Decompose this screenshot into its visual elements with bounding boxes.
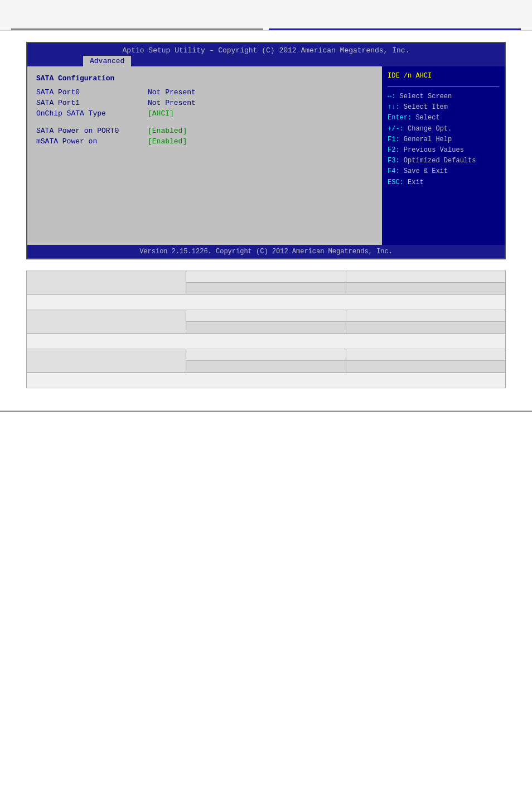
f3-label: Optimized Defaults	[404, 157, 476, 165]
esc-label: Exit	[408, 179, 424, 186]
bios-main-content: SATA Configuration SATA Port0 Not Presen…	[27, 66, 505, 245]
table-cell-full	[27, 373, 506, 388]
select-item-label: Select Item	[404, 103, 448, 111]
bios-label-sata-port1: SATA Port1	[36, 99, 148, 107]
table-row	[27, 349, 506, 361]
bios-help-divider	[388, 86, 499, 87]
bios-tab-row: Advanced	[27, 56, 505, 66]
key-help-f2: F2: Previous Values	[388, 145, 499, 156]
table-row	[27, 310, 506, 322]
key-help-arrows: ↔: Select Screen	[388, 91, 499, 102]
table-cell	[346, 361, 505, 373]
bottom-divider	[0, 411, 532, 412]
bios-item-sata-port0: SATA Port0 Not Present	[36, 88, 373, 97]
bios-section-title: SATA Configuration	[36, 74, 373, 83]
bios-item-sata-port1: SATA Port1 Not Present	[36, 99, 373, 107]
table-row-full	[27, 373, 506, 388]
bios-footer-text: Version 2.15.1226. Copyright (C) 2012 Am…	[139, 248, 393, 256]
table-cell	[346, 283, 505, 295]
bios-value-msata-power: [Enabled]	[148, 137, 187, 146]
bios-key-help: ↔: Select Screen ↑↓: Select Item Enter: …	[388, 91, 499, 188]
bios-title-text: Aptio Setup Utility – Copyright (C) 2012…	[123, 46, 410, 55]
header-left-underline	[11, 28, 263, 30]
table-row-full	[27, 334, 506, 349]
f2-label: Previous Values	[404, 146, 464, 154]
bios-tab-advanced[interactable]: Advanced	[83, 56, 131, 66]
table-cell	[346, 271, 505, 283]
bios-label-msata-power: mSATA Power on	[36, 137, 148, 146]
table-cell	[27, 271, 186, 295]
bios-left-panel: SATA Configuration SATA Port0 Not Presen…	[27, 66, 382, 245]
key-help-f3: F3: Optimized Defaults	[388, 156, 499, 166]
bios-value-sata-port1: Not Present	[148, 99, 196, 107]
key-help-esc: ESC: Exit	[388, 177, 499, 188]
f1-label: General Help	[404, 136, 452, 143]
table-cell-full	[27, 295, 506, 310]
bios-item-msata-power: mSATA Power on [Enabled]	[36, 137, 373, 146]
table-cell	[186, 361, 346, 373]
table-cell	[346, 310, 505, 322]
key-help-enter: Enter: Select	[388, 113, 499, 123]
bios-label-sata-power-port0: SATA Power on PORT0	[36, 127, 148, 135]
table-cell	[27, 310, 186, 334]
bios-item-sata-power-port0: SATA Power on PORT0 [Enabled]	[36, 127, 373, 135]
change-opt-label: Change Opt.	[408, 125, 452, 133]
bios-value-sata-port0: Not Present	[148, 88, 196, 97]
bios-value-onchip-sata: [AHCI]	[148, 109, 174, 118]
header-right-underline	[269, 28, 521, 30]
bios-help-text: IDE /n AHCI	[388, 72, 499, 80]
select-screen-label: Select Screen	[400, 93, 452, 100]
table-cell	[186, 310, 346, 322]
page-header	[0, 0, 532, 31]
table-cell	[186, 322, 346, 334]
bios-footer: Version 2.15.1226. Copyright (C) 2012 Am…	[27, 245, 505, 258]
key-help-plusminus: +/-: Change Opt.	[388, 124, 499, 134]
key-help-f1: F1: General Help	[388, 134, 499, 145]
bios-value-sata-power-port0: [Enabled]	[148, 127, 187, 135]
key-help-updown: ↑↓: Select Item	[388, 102, 499, 113]
bios-right-panel: IDE /n AHCI ↔: Select Screen ↑↓: Select …	[382, 66, 505, 245]
table-cell	[186, 349, 346, 361]
table-cell-full	[27, 334, 506, 349]
table-cell	[346, 349, 505, 361]
bios-label-sata-port0: SATA Port0	[36, 88, 148, 97]
table-cell	[186, 283, 346, 295]
table-cell	[27, 349, 186, 373]
table-row-full	[27, 295, 506, 310]
f4-label: Save & Exit	[404, 167, 448, 175]
table-section	[26, 271, 506, 388]
bios-label-onchip-sata: OnChip SATA Type	[36, 109, 148, 118]
table-cell	[186, 271, 346, 283]
enter-select-label: Select	[415, 114, 439, 122]
bios-item-onchip-sata: OnChip SATA Type [AHCI]	[36, 109, 373, 118]
table-cell	[346, 322, 505, 334]
bios-title: Aptio Setup Utility – Copyright (C) 2012…	[27, 43, 505, 56]
bios-screen: Aptio Setup Utility – Copyright (C) 2012…	[26, 42, 506, 259]
key-help-f4: F4: Save & Exit	[388, 166, 499, 177]
table-row	[27, 271, 506, 283]
data-table	[26, 271, 506, 388]
